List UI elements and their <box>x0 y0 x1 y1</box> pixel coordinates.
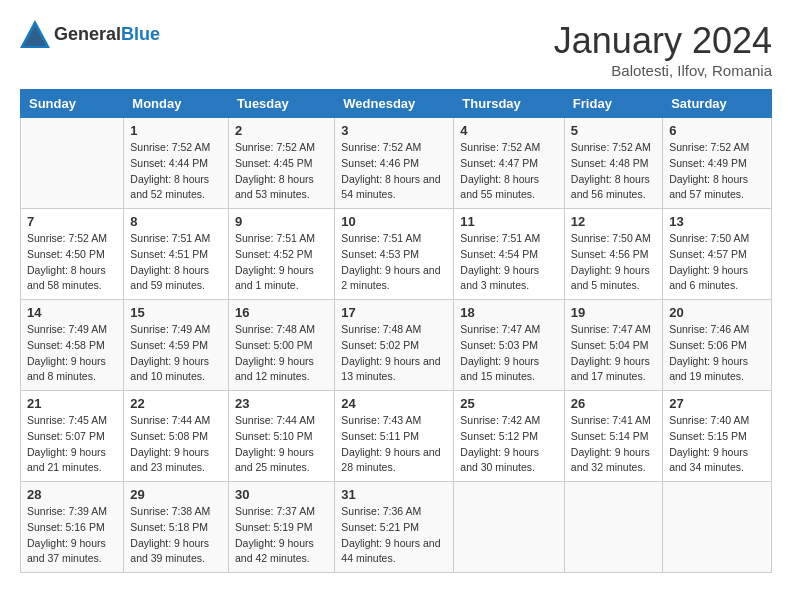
day-info: Sunrise: 7:44 AMSunset: 5:10 PMDaylight:… <box>235 414 315 473</box>
calendar-week: 28 Sunrise: 7:39 AMSunset: 5:16 PMDaylig… <box>21 482 772 573</box>
calendar-cell: 27 Sunrise: 7:40 AMSunset: 5:15 PMDaylig… <box>663 391 772 482</box>
day-number: 7 <box>27 214 117 229</box>
day-info: Sunrise: 7:52 AMSunset: 4:47 PMDaylight:… <box>460 141 540 200</box>
calendar-week: 21 Sunrise: 7:45 AMSunset: 5:07 PMDaylig… <box>21 391 772 482</box>
day-info: Sunrise: 7:52 AMSunset: 4:45 PMDaylight:… <box>235 141 315 200</box>
calendar-cell: 22 Sunrise: 7:44 AMSunset: 5:08 PMDaylig… <box>124 391 229 482</box>
day-info: Sunrise: 7:47 AMSunset: 5:04 PMDaylight:… <box>571 323 651 382</box>
weekday-header: Saturday <box>663 90 772 118</box>
day-info: Sunrise: 7:46 AMSunset: 5:06 PMDaylight:… <box>669 323 749 382</box>
day-info: Sunrise: 7:49 AMSunset: 4:59 PMDaylight:… <box>130 323 210 382</box>
day-number: 23 <box>235 396 328 411</box>
day-number: 25 <box>460 396 558 411</box>
calendar-cell: 30 Sunrise: 7:37 AMSunset: 5:19 PMDaylig… <box>228 482 334 573</box>
day-number: 24 <box>341 396 447 411</box>
day-number: 13 <box>669 214 765 229</box>
day-info: Sunrise: 7:40 AMSunset: 5:15 PMDaylight:… <box>669 414 749 473</box>
calendar-cell: 10 Sunrise: 7:51 AMSunset: 4:53 PMDaylig… <box>335 209 454 300</box>
day-info: Sunrise: 7:44 AMSunset: 5:08 PMDaylight:… <box>130 414 210 473</box>
day-number: 5 <box>571 123 656 138</box>
calendar-title: January 2024 <box>554 20 772 62</box>
day-info: Sunrise: 7:51 AMSunset: 4:53 PMDaylight:… <box>341 232 440 291</box>
calendar-cell: 5 Sunrise: 7:52 AMSunset: 4:48 PMDayligh… <box>564 118 662 209</box>
day-number: 31 <box>341 487 447 502</box>
calendar-cell: 26 Sunrise: 7:41 AMSunset: 5:14 PMDaylig… <box>564 391 662 482</box>
calendar-header: SundayMondayTuesdayWednesdayThursdayFrid… <box>21 90 772 118</box>
day-info: Sunrise: 7:49 AMSunset: 4:58 PMDaylight:… <box>27 323 107 382</box>
calendar-cell: 24 Sunrise: 7:43 AMSunset: 5:11 PMDaylig… <box>335 391 454 482</box>
logo-blue: Blue <box>121 24 160 44</box>
day-info: Sunrise: 7:38 AMSunset: 5:18 PMDaylight:… <box>130 505 210 564</box>
calendar-cell: 4 Sunrise: 7:52 AMSunset: 4:47 PMDayligh… <box>454 118 565 209</box>
header-row: SundayMondayTuesdayWednesdayThursdayFrid… <box>21 90 772 118</box>
calendar-cell: 29 Sunrise: 7:38 AMSunset: 5:18 PMDaylig… <box>124 482 229 573</box>
calendar-cell: 23 Sunrise: 7:44 AMSunset: 5:10 PMDaylig… <box>228 391 334 482</box>
day-info: Sunrise: 7:41 AMSunset: 5:14 PMDaylight:… <box>571 414 651 473</box>
day-number: 14 <box>27 305 117 320</box>
day-number: 4 <box>460 123 558 138</box>
calendar-cell: 18 Sunrise: 7:47 AMSunset: 5:03 PMDaylig… <box>454 300 565 391</box>
day-number: 9 <box>235 214 328 229</box>
calendar-cell <box>21 118 124 209</box>
calendar-subtitle: Balotesti, Ilfov, Romania <box>554 62 772 79</box>
weekday-header: Wednesday <box>335 90 454 118</box>
day-info: Sunrise: 7:52 AMSunset: 4:46 PMDaylight:… <box>341 141 440 200</box>
day-info: Sunrise: 7:51 AMSunset: 4:52 PMDaylight:… <box>235 232 315 291</box>
calendar-cell <box>663 482 772 573</box>
calendar-cell: 17 Sunrise: 7:48 AMSunset: 5:02 PMDaylig… <box>335 300 454 391</box>
day-number: 2 <box>235 123 328 138</box>
weekday-header: Friday <box>564 90 662 118</box>
logo-icon <box>20 20 50 48</box>
logo-general: General <box>54 24 121 44</box>
day-number: 12 <box>571 214 656 229</box>
day-info: Sunrise: 7:51 AMSunset: 4:54 PMDaylight:… <box>460 232 540 291</box>
day-number: 26 <box>571 396 656 411</box>
calendar-cell: 8 Sunrise: 7:51 AMSunset: 4:51 PMDayligh… <box>124 209 229 300</box>
day-info: Sunrise: 7:52 AMSunset: 4:44 PMDaylight:… <box>130 141 210 200</box>
calendar-cell <box>454 482 565 573</box>
day-number: 22 <box>130 396 222 411</box>
day-number: 21 <box>27 396 117 411</box>
calendar-cell: 3 Sunrise: 7:52 AMSunset: 4:46 PMDayligh… <box>335 118 454 209</box>
logo-text: GeneralBlue <box>54 24 160 45</box>
calendar-cell: 16 Sunrise: 7:48 AMSunset: 5:00 PMDaylig… <box>228 300 334 391</box>
day-number: 17 <box>341 305 447 320</box>
day-number: 6 <box>669 123 765 138</box>
logo: GeneralBlue <box>20 20 160 48</box>
day-number: 11 <box>460 214 558 229</box>
calendar-week: 14 Sunrise: 7:49 AMSunset: 4:58 PMDaylig… <box>21 300 772 391</box>
day-number: 29 <box>130 487 222 502</box>
day-number: 30 <box>235 487 328 502</box>
day-info: Sunrise: 7:42 AMSunset: 5:12 PMDaylight:… <box>460 414 540 473</box>
day-number: 10 <box>341 214 447 229</box>
day-info: Sunrise: 7:52 AMSunset: 4:50 PMDaylight:… <box>27 232 107 291</box>
day-info: Sunrise: 7:50 AMSunset: 4:56 PMDaylight:… <box>571 232 651 291</box>
weekday-header: Tuesday <box>228 90 334 118</box>
calendar-cell: 15 Sunrise: 7:49 AMSunset: 4:59 PMDaylig… <box>124 300 229 391</box>
weekday-header: Sunday <box>21 90 124 118</box>
calendar-cell: 11 Sunrise: 7:51 AMSunset: 4:54 PMDaylig… <box>454 209 565 300</box>
calendar-cell: 25 Sunrise: 7:42 AMSunset: 5:12 PMDaylig… <box>454 391 565 482</box>
day-info: Sunrise: 7:45 AMSunset: 5:07 PMDaylight:… <box>27 414 107 473</box>
day-number: 20 <box>669 305 765 320</box>
day-info: Sunrise: 7:39 AMSunset: 5:16 PMDaylight:… <box>27 505 107 564</box>
day-number: 15 <box>130 305 222 320</box>
day-info: Sunrise: 7:43 AMSunset: 5:11 PMDaylight:… <box>341 414 440 473</box>
calendar-cell: 14 Sunrise: 7:49 AMSunset: 4:58 PMDaylig… <box>21 300 124 391</box>
calendar-cell: 2 Sunrise: 7:52 AMSunset: 4:45 PMDayligh… <box>228 118 334 209</box>
day-info: Sunrise: 7:48 AMSunset: 5:00 PMDaylight:… <box>235 323 315 382</box>
calendar-cell: 12 Sunrise: 7:50 AMSunset: 4:56 PMDaylig… <box>564 209 662 300</box>
weekday-header: Monday <box>124 90 229 118</box>
day-info: Sunrise: 7:47 AMSunset: 5:03 PMDaylight:… <box>460 323 540 382</box>
day-info: Sunrise: 7:36 AMSunset: 5:21 PMDaylight:… <box>341 505 440 564</box>
calendar-cell: 28 Sunrise: 7:39 AMSunset: 5:16 PMDaylig… <box>21 482 124 573</box>
day-info: Sunrise: 7:48 AMSunset: 5:02 PMDaylight:… <box>341 323 440 382</box>
page-header: GeneralBlue January 2024 Balotesti, Ilfo… <box>20 20 772 79</box>
day-info: Sunrise: 7:52 AMSunset: 4:48 PMDaylight:… <box>571 141 651 200</box>
calendar-table: SundayMondayTuesdayWednesdayThursdayFrid… <box>20 89 772 573</box>
day-number: 16 <box>235 305 328 320</box>
title-block: January 2024 Balotesti, Ilfov, Romania <box>554 20 772 79</box>
calendar-cell <box>564 482 662 573</box>
calendar-cell: 6 Sunrise: 7:52 AMSunset: 4:49 PMDayligh… <box>663 118 772 209</box>
weekday-header: Thursday <box>454 90 565 118</box>
